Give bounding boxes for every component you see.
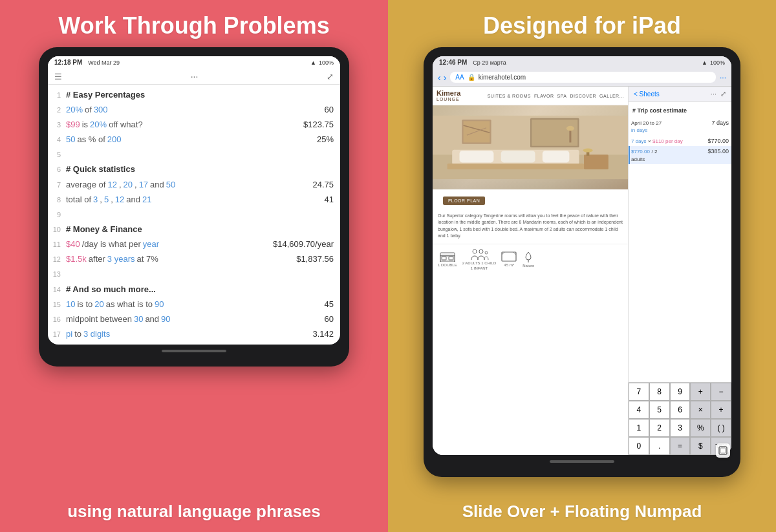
right-ipad-container: 12:46 PM Сp 29 марта ▲ 100% ‹ › AA <box>388 47 776 493</box>
notepad-area[interactable]: 1 # Easy Percentages 2 20% of 300 60 <box>48 85 340 344</box>
nature-icon <box>522 251 535 262</box>
battery-icon: 100% <box>319 59 334 66</box>
browser-content: Kimera LOUNGE SUITES & ROOMS FLAVOR SPA … <box>433 87 628 455</box>
slide-panel-header: < Sheets ··· ⤢ <box>629 87 731 102</box>
numpad-row-2: 4 5 6 × + <box>629 401 731 419</box>
notepad-line-8: 8 total of 3 , 5 , 12 and 21 41 <box>48 192 340 207</box>
numpad-plus2[interactable]: + <box>711 401 731 419</box>
numpad-5[interactable]: 5 <box>649 401 670 419</box>
numpad-2[interactable]: 2 <box>649 419 670 437</box>
right-status-bar: 12:46 PM Сp 29 марта ▲ 100% <box>433 56 731 69</box>
left-status-bar: 12:18 PM Wed Mar 29 ▲ 100% <box>48 56 340 69</box>
hotel-icon-double: 1 DOUBLE <box>438 251 457 267</box>
hotel-icons-row: 1 DOUBLE <box>433 244 628 274</box>
left-ipad-screen: 12:18 PM Wed Mar 29 ▲ 100% ☰ ··· ⤢ <box>48 56 340 344</box>
numpad-4[interactable]: 4 <box>629 401 649 419</box>
right-battery-icon: 100% <box>710 59 725 66</box>
hotel-icon-size: 45 m² <box>501 251 517 267</box>
numpad-9[interactable]: 9 <box>670 383 691 401</box>
svg-point-9 <box>566 126 574 131</box>
right-status-time: 12:46 PM Сp 29 марта <box>439 59 506 66</box>
aa-button[interactable]: AA <box>455 74 464 81</box>
notepad-line-9: 9 <box>48 207 340 222</box>
notepad-line-6: 6 # Quick statistics <box>48 162 340 177</box>
svg-point-25 <box>479 250 483 253</box>
right-wifi-icon: ▲ <box>702 59 707 66</box>
right-ipad-screen: 12:46 PM Сp 29 марта ▲ 100% ‹ › AA <box>433 56 731 455</box>
numpad-1[interactable]: 1 <box>629 419 649 437</box>
svg-rect-20 <box>449 257 453 260</box>
bed-icon <box>440 251 455 262</box>
left-ipad-device: 12:18 PM Wed Mar 29 ▲ 100% ☰ ··· ⤢ <box>39 47 349 366</box>
browser-menu-dots[interactable]: ··· <box>720 73 726 82</box>
notepad-line-12: 12 $1.5k after 3 years at 7% $1,837.56 <box>48 252 340 267</box>
numpad-dot[interactable]: . <box>649 437 670 455</box>
room-illustration <box>433 105 628 189</box>
menu-icon[interactable]: ☰ <box>54 72 62 81</box>
notepad-line-5: 5 <box>48 147 340 162</box>
svg-rect-12 <box>501 151 535 162</box>
notepad-line-3: 3 $99 is 20% off what? $123.75 <box>48 117 340 132</box>
toolbar-expand[interactable]: ⤢ <box>327 72 334 81</box>
numpad-multiply[interactable]: × <box>690 401 711 419</box>
toolbar-dots[interactable]: ··· <box>191 71 199 81</box>
svg-rect-19 <box>442 257 446 260</box>
sp-line-1: April 20 to 27 in days 7 days <box>629 118 731 135</box>
screenshot-icon[interactable] <box>716 443 730 458</box>
left-panel: Work Through Problems 12:18 PM Wed Mar 2… <box>0 0 388 532</box>
panel-dots-icon[interactable]: ··· <box>711 90 717 98</box>
numpad-row-3: 1 2 3 % ( ) <box>629 419 731 437</box>
url-bar[interactable]: AA 🔒 kimerahotel.com <box>450 72 716 83</box>
svg-rect-11 <box>460 151 494 162</box>
svg-rect-27 <box>502 252 516 261</box>
back-button[interactable]: ‹ <box>438 72 441 83</box>
sp-line-2: 7 days × $110 per day $770.00 <box>629 136 731 147</box>
notepad-line-17: 17 pi to 3 digits 3.142 <box>48 326 340 341</box>
numpad-minus[interactable]: − <box>711 383 731 401</box>
slide-panel-content[interactable]: # Trip cost estimate April 20 to 27 in d… <box>629 102 731 382</box>
browser-nav: ‹ › <box>438 72 446 83</box>
notepad-line-13: 13 <box>48 267 340 282</box>
wifi-icon: ▲ <box>310 59 316 66</box>
notepad-line-15: 15 10 is to 20 as what is to 90 45 <box>48 297 340 312</box>
right-home-indicator <box>550 460 614 463</box>
right-title: Designed for iPad <box>470 0 694 47</box>
hotel-logo: Kimera LOUNGE <box>436 89 460 102</box>
numpad-0[interactable]: 0 <box>629 437 649 455</box>
right-status-icons: ▲ 100% <box>702 59 725 66</box>
left-ipad-container: 12:18 PM Wed Mar 29 ▲ 100% ☰ ··· ⤢ <box>0 47 388 493</box>
forward-button[interactable]: › <box>444 72 447 83</box>
left-status-time: 12:18 PM Wed Mar 29 <box>54 59 120 66</box>
numpad-6[interactable]: 6 <box>670 401 691 419</box>
size-icon <box>501 251 517 262</box>
hotel-hero-image <box>433 105 628 189</box>
right-panel: Designed for iPad 12:46 PM Сp 29 марта ▲… <box>388 0 776 532</box>
numpad-3[interactable]: 3 <box>670 419 691 437</box>
notepad-line-16: 16 midpoint between 30 and 90 60 <box>48 312 340 326</box>
numpad-plus[interactable]: + <box>690 383 711 401</box>
notepad-line-1: 1 # Easy Percentages <box>48 87 340 102</box>
hotel-menu: SUITES & ROOMS FLAVOR SPA DISCOVER GALLE… <box>488 94 624 98</box>
hotel-description: Our Superior category Tangerine rooms wi… <box>433 209 628 244</box>
toolbar-left: ☰ <box>54 72 62 81</box>
notepad-line-14: 14 # And so much more... <box>48 282 340 297</box>
numpad-dollar[interactable]: $ <box>690 437 711 455</box>
numpad-7[interactable]: 7 <box>629 383 649 401</box>
notepad-line-4: 4 50 as % of 200 25% <box>48 133 340 147</box>
numpad-parens[interactable]: ( ) <box>711 419 731 437</box>
sheets-back-button[interactable]: < Sheets <box>634 90 660 98</box>
numpad-percent[interactable]: % <box>690 419 711 437</box>
svg-point-26 <box>485 251 488 254</box>
hotel-icon-nature: Nature <box>522 251 535 268</box>
numpad-8[interactable]: 8 <box>649 383 670 401</box>
panel-expand-icon[interactable]: ⤢ <box>720 90 726 98</box>
right-subtitle: Slide Over + Floating Numpad <box>449 493 715 532</box>
svg-point-17 <box>583 148 593 152</box>
svg-rect-14 <box>447 164 584 169</box>
persons-icon <box>469 248 489 260</box>
notepad-line-7: 7 average of 12 , 20 , 17 and 50 24.75 <box>48 177 340 192</box>
numpad-equals[interactable]: = <box>670 437 691 455</box>
notepad-toolbar: ☰ ··· ⤢ <box>48 69 340 85</box>
floor-plan-button[interactable]: FLOOR PLAN <box>443 197 485 205</box>
split-view: Kimera LOUNGE SUITES & ROOMS FLAVOR SPA … <box>433 87 731 455</box>
